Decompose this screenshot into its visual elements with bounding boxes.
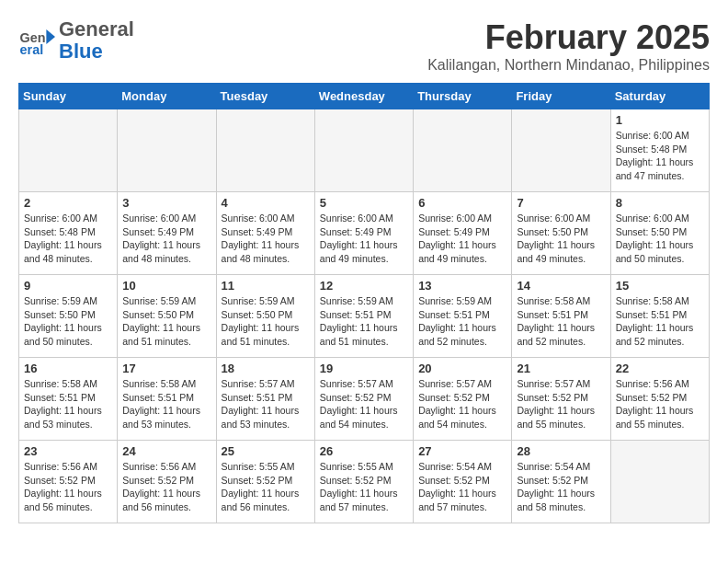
day-info: Sunrise: 5:56 AM Sunset: 5:52 PM Dayligh…	[122, 460, 210, 514]
day-info: Sunrise: 6:00 AM Sunset: 5:49 PM Dayligh…	[418, 212, 506, 266]
svg-marker-2	[46, 29, 55, 44]
day-cell: 4Sunrise: 6:00 AM Sunset: 5:49 PM Daylig…	[216, 192, 314, 275]
month-title: February 2025	[427, 18, 710, 57]
day-info: Sunrise: 5:58 AM Sunset: 5:51 PM Dayligh…	[24, 377, 112, 431]
day-cell: 23Sunrise: 5:56 AM Sunset: 5:52 PM Dayli…	[19, 441, 118, 523]
day-cell: 26Sunrise: 5:55 AM Sunset: 5:52 PM Dayli…	[314, 441, 413, 523]
day-number: 6	[418, 196, 506, 210]
day-cell: 10Sunrise: 5:59 AM Sunset: 5:50 PM Dayli…	[118, 275, 216, 358]
day-info: Sunrise: 5:59 AM Sunset: 5:50 PM Dayligh…	[122, 294, 210, 349]
day-cell: 7Sunrise: 6:00 AM Sunset: 5:50 PM Daylig…	[512, 192, 610, 275]
day-info: Sunrise: 5:54 AM Sunset: 5:52 PM Dayligh…	[517, 460, 605, 514]
svg-text:eral: eral	[20, 42, 44, 57]
day-cell: 28Sunrise: 5:54 AM Sunset: 5:52 PM Dayli…	[512, 441, 610, 523]
day-cell: 3Sunrise: 6:00 AM Sunset: 5:49 PM Daylig…	[118, 192, 216, 275]
day-number: 9	[24, 279, 112, 293]
day-info: Sunrise: 5:59 AM Sunset: 5:51 PM Dayligh…	[418, 294, 506, 349]
day-info: Sunrise: 5:56 AM Sunset: 5:52 PM Dayligh…	[616, 377, 704, 431]
day-cell	[512, 109, 610, 192]
day-cell: 17Sunrise: 5:58 AM Sunset: 5:51 PM Dayli…	[118, 358, 216, 441]
day-cell: 22Sunrise: 5:56 AM Sunset: 5:52 PM Dayli…	[610, 358, 709, 441]
day-cell: 5Sunrise: 6:00 AM Sunset: 5:49 PM Daylig…	[314, 192, 413, 275]
day-cell: 25Sunrise: 5:55 AM Sunset: 5:52 PM Dayli…	[216, 441, 314, 523]
day-cell: 1Sunrise: 6:00 AM Sunset: 5:48 PM Daylig…	[610, 109, 709, 192]
day-cell	[216, 109, 314, 192]
weekday-header-wednesday: Wednesday	[314, 84, 413, 109]
day-info: Sunrise: 5:57 AM Sunset: 5:51 PM Dayligh…	[222, 377, 310, 431]
day-number: 12	[320, 279, 408, 293]
week-row-4: 16Sunrise: 5:58 AM Sunset: 5:51 PM Dayli…	[19, 358, 710, 441]
day-number: 18	[222, 362, 310, 375]
day-cell: 8Sunrise: 6:00 AM Sunset: 5:50 PM Daylig…	[610, 192, 709, 275]
day-info: Sunrise: 6:00 AM Sunset: 5:48 PM Dayligh…	[24, 212, 112, 266]
day-cell	[118, 109, 216, 192]
day-number: 8	[616, 196, 704, 210]
day-number: 2	[24, 196, 112, 210]
day-info: Sunrise: 6:00 AM Sunset: 5:48 PM Dayligh…	[616, 129, 704, 183]
day-number: 5	[320, 196, 408, 210]
week-row-2: 2Sunrise: 6:00 AM Sunset: 5:48 PM Daylig…	[19, 192, 710, 275]
day-cell: 13Sunrise: 5:59 AM Sunset: 5:51 PM Dayli…	[414, 275, 512, 358]
day-info: Sunrise: 5:56 AM Sunset: 5:52 PM Dayligh…	[24, 460, 112, 514]
day-info: Sunrise: 5:58 AM Sunset: 5:51 PM Dayligh…	[616, 294, 704, 349]
day-info: Sunrise: 5:57 AM Sunset: 5:52 PM Dayligh…	[418, 377, 506, 431]
day-number: 27	[418, 444, 506, 458]
day-cell: 9Sunrise: 5:59 AM Sunset: 5:50 PM Daylig…	[19, 275, 118, 358]
day-cell	[19, 109, 118, 192]
day-info: Sunrise: 6:00 AM Sunset: 5:49 PM Dayligh…	[122, 212, 210, 266]
day-number: 16	[24, 362, 112, 375]
day-info: Sunrise: 5:55 AM Sunset: 5:52 PM Dayligh…	[222, 460, 310, 514]
day-cell: 20Sunrise: 5:57 AM Sunset: 5:52 PM Dayli…	[414, 358, 512, 441]
day-info: Sunrise: 5:54 AM Sunset: 5:52 PM Dayligh…	[418, 460, 506, 514]
day-cell: 12Sunrise: 5:59 AM Sunset: 5:51 PM Dayli…	[314, 275, 413, 358]
day-info: Sunrise: 6:00 AM Sunset: 5:50 PM Dayligh…	[517, 212, 605, 266]
weekday-header-sunday: Sunday	[19, 84, 118, 109]
weekday-header-friday: Friday	[512, 84, 610, 109]
day-number: 13	[418, 279, 506, 293]
day-cell	[314, 109, 413, 192]
day-info: Sunrise: 5:57 AM Sunset: 5:52 PM Dayligh…	[320, 377, 408, 431]
day-cell: 11Sunrise: 5:59 AM Sunset: 5:50 PM Dayli…	[216, 275, 314, 358]
logo-blue: Blue	[59, 40, 134, 63]
weekday-header-tuesday: Tuesday	[216, 84, 314, 109]
title-block: February 2025 Kalilangan, Northern Minda…	[427, 18, 710, 74]
weekday-header-monday: Monday	[118, 84, 216, 109]
day-cell: 14Sunrise: 5:58 AM Sunset: 5:51 PM Dayli…	[512, 275, 610, 358]
day-cell	[414, 109, 512, 192]
day-number: 4	[222, 196, 310, 210]
day-info: Sunrise: 5:59 AM Sunset: 5:50 PM Dayligh…	[222, 294, 310, 349]
day-cell: 27Sunrise: 5:54 AM Sunset: 5:52 PM Dayli…	[414, 441, 512, 523]
day-cell: 2Sunrise: 6:00 AM Sunset: 5:48 PM Daylig…	[19, 192, 118, 275]
day-number: 17	[122, 362, 210, 375]
day-info: Sunrise: 6:00 AM Sunset: 5:49 PM Dayligh…	[222, 212, 310, 266]
day-number: 20	[418, 362, 506, 375]
day-info: Sunrise: 5:59 AM Sunset: 5:50 PM Dayligh…	[24, 294, 112, 349]
week-row-3: 9Sunrise: 5:59 AM Sunset: 5:50 PM Daylig…	[19, 275, 710, 358]
logo-icon: Gen eral	[18, 22, 55, 59]
day-number: 21	[517, 362, 605, 375]
week-row-5: 23Sunrise: 5:56 AM Sunset: 5:52 PM Dayli…	[19, 441, 710, 523]
day-number: 1	[616, 113, 704, 127]
weekday-header-thursday: Thursday	[414, 84, 512, 109]
day-cell: 6Sunrise: 6:00 AM Sunset: 5:49 PM Daylig…	[414, 192, 512, 275]
day-cell: 15Sunrise: 5:58 AM Sunset: 5:51 PM Dayli…	[610, 275, 709, 358]
day-cell: 21Sunrise: 5:57 AM Sunset: 5:52 PM Dayli…	[512, 358, 610, 441]
weekday-header-row: SundayMondayTuesdayWednesdayThursdayFrid…	[19, 84, 710, 109]
day-number: 28	[517, 444, 605, 458]
logo: Gen eral General Blue	[18, 18, 134, 63]
day-number: 25	[222, 444, 310, 458]
week-row-1: 1Sunrise: 6:00 AM Sunset: 5:48 PM Daylig…	[19, 109, 710, 192]
day-number: 26	[320, 444, 408, 458]
day-info: Sunrise: 6:00 AM Sunset: 5:50 PM Dayligh…	[616, 212, 704, 266]
location-title: Kalilangan, Northern Mindanao, Philippin…	[427, 57, 710, 74]
day-number: 22	[616, 362, 704, 375]
logo-name: General Blue	[59, 18, 134, 63]
calendar-table: SundayMondayTuesdayWednesdayThursdayFrid…	[18, 83, 710, 523]
day-number: 24	[122, 444, 210, 458]
day-number: 7	[517, 196, 605, 210]
day-info: Sunrise: 5:55 AM Sunset: 5:52 PM Dayligh…	[320, 460, 408, 514]
page-header: Gen eral General Blue February 2025 Kali…	[18, 18, 710, 74]
day-number: 14	[517, 279, 605, 293]
day-cell	[610, 441, 709, 523]
day-info: Sunrise: 5:59 AM Sunset: 5:51 PM Dayligh…	[320, 294, 408, 349]
